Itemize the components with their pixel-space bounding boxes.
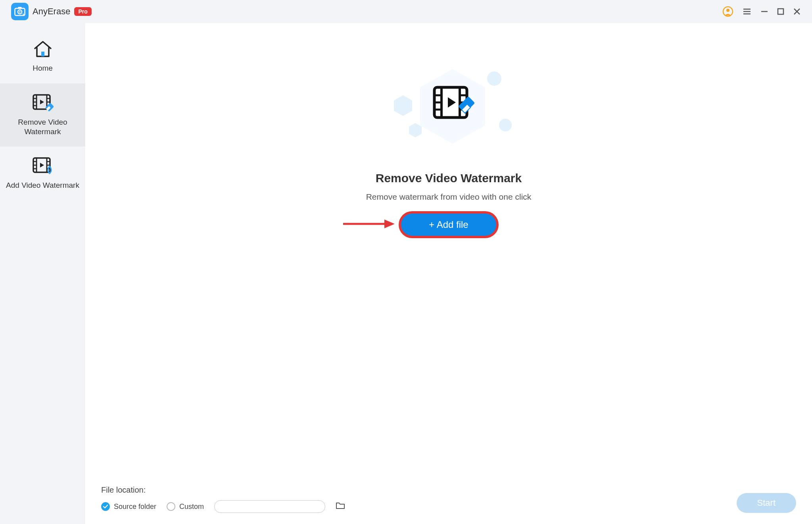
radio-checked-icon <box>101 502 110 511</box>
file-location-options: Source folder Custom <box>101 500 345 513</box>
hero-subtitle: Remove watermark from video with one cli… <box>366 192 532 202</box>
radio-label: Custom <box>179 503 204 511</box>
hero: Remove Video Watermark Remove watermark … <box>366 67 532 236</box>
sidebar-item-label: Add Video Watermark <box>6 181 79 190</box>
sidebar-item-remove-video-watermark[interactable]: Remove Video Watermark <box>0 83 85 147</box>
svg-rect-9 <box>778 9 783 14</box>
sidebar-item-label: Home <box>33 64 53 73</box>
file-location-label: File location: <box>101 485 345 495</box>
start-button[interactable]: Start <box>737 493 796 513</box>
custom-path-input[interactable] <box>214 500 325 513</box>
radio-label: Source folder <box>114 503 156 511</box>
svg-marker-33 <box>394 95 412 116</box>
svg-point-36 <box>499 119 512 131</box>
app-logo-icon <box>11 3 29 20</box>
sidebar-item-home[interactable]: Home <box>0 30 85 83</box>
radio-custom[interactable]: Custom <box>167 502 204 511</box>
footer: File location: Source folder Custom <box>85 485 812 524</box>
hero-title: Remove Video Watermark <box>376 171 522 185</box>
radio-unchecked-icon <box>167 502 175 511</box>
pro-badge: Pro <box>74 7 91 16</box>
app-name: AnyErase <box>33 6 70 17</box>
maximize-icon[interactable] <box>777 8 784 15</box>
browse-folder-icon[interactable] <box>336 502 345 511</box>
sidebar-item-label: Remove Video Watermark <box>5 118 81 137</box>
minimize-icon[interactable] <box>760 8 768 15</box>
close-icon[interactable] <box>793 8 801 15</box>
main-panel: Remove Video Watermark Remove watermark … <box>85 23 812 524</box>
menu-icon[interactable] <box>742 7 752 16</box>
footer-left: File location: Source folder Custom <box>101 485 345 513</box>
radio-source-folder[interactable]: Source folder <box>101 502 156 511</box>
hero-illustration <box>389 67 508 158</box>
titlebar-right <box>722 6 801 17</box>
titlebar-left: AnyErase Pro <box>11 3 92 20</box>
video-eraser-icon <box>32 94 54 114</box>
sidebar-item-add-video-watermark[interactable]: Add Video Watermark <box>0 146 85 200</box>
svg-rect-1 <box>18 7 22 9</box>
svg-marker-50 <box>384 220 395 228</box>
svg-rect-12 <box>41 52 44 56</box>
svg-point-4 <box>726 9 729 12</box>
sidebar: Home Remove Video W <box>0 23 85 524</box>
home-icon <box>33 40 52 60</box>
account-icon[interactable] <box>722 6 733 17</box>
titlebar: AnyErase Pro <box>0 0 812 23</box>
video-droplet-icon <box>32 157 54 177</box>
arrow-annotation-icon <box>342 218 397 231</box>
add-file-button[interactable]: + Add file <box>401 214 496 236</box>
svg-point-35 <box>487 71 501 86</box>
